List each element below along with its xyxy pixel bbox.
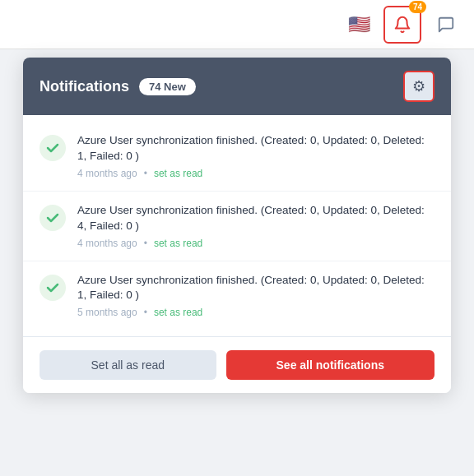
set-as-read-1[interactable]: set as read: [154, 168, 202, 179]
top-bar: 🇺🇸 74: [0, 0, 474, 49]
dot-1: •: [144, 168, 147, 179]
check-icon-3: [40, 275, 66, 301]
set-as-read-2[interactable]: set as read: [154, 238, 202, 249]
notification-message-1: Azure User synchronization finished. (Cr…: [77, 133, 434, 164]
settings-icon: ⚙: [412, 77, 425, 95]
notification-meta-1: 4 months ago • set as read: [77, 168, 434, 179]
notification-time-1: 4 months ago: [77, 168, 137, 179]
notification-time-2: 4 months ago: [77, 238, 137, 249]
chat-icon: [437, 16, 455, 34]
bell-icon: [393, 16, 411, 34]
new-badge: 74 New: [139, 78, 196, 95]
settings-button[interactable]: ⚙: [403, 71, 434, 102]
notification-content-1: Azure User synchronization finished. (Cr…: [77, 133, 434, 179]
set-all-as-read-button[interactable]: Set all as read: [40, 350, 216, 380]
notification-item-3: Azure User synchronization finished. (Cr…: [23, 261, 451, 330]
flag-icon: 🇺🇸: [348, 14, 370, 35]
check-icon-1: [40, 135, 66, 161]
notification-time-3: 5 months ago: [77, 307, 137, 318]
notification-item: Azure User synchronization finished. (Cr…: [23, 122, 451, 192]
notification-content-2: Azure User synchronization finished. (Cr…: [77, 203, 434, 249]
panel-footer: Set all as read See all notifications: [23, 336, 451, 393]
notification-message-2: Azure User synchronization finished. (Cr…: [77, 203, 434, 234]
notification-meta-2: 4 months ago • set as read: [77, 238, 434, 249]
chat-icon-button[interactable]: [431, 10, 461, 39]
panel-title: Notifications: [40, 78, 129, 95]
notification-content-3: Azure User synchronization finished. (Cr…: [77, 273, 434, 319]
notification-item-2: Azure User synchronization finished. (Cr…: [23, 192, 451, 261]
notification-message-3: Azure User synchronization finished. (Cr…: [77, 273, 434, 304]
dot-3: •: [144, 307, 147, 318]
check-icon-2: [40, 205, 66, 231]
bell-badge: 74: [409, 1, 426, 13]
see-all-notifications-button[interactable]: See all notifications: [226, 350, 434, 380]
panel-header: Notifications 74 New ⚙: [23, 58, 451, 115]
set-as-read-3[interactable]: set as read: [154, 307, 202, 318]
flag-icon-button[interactable]: 🇺🇸: [344, 10, 374, 39]
notification-meta-3: 5 months ago • set as read: [77, 307, 434, 318]
notifications-list: Azure User synchronization finished. (Cr…: [23, 115, 451, 336]
bell-button[interactable]: 74: [383, 6, 421, 44]
dot-2: •: [144, 238, 147, 249]
panel-header-left: Notifications 74 New: [40, 78, 196, 95]
notification-panel: Notifications 74 New ⚙ Azure User synchr…: [23, 58, 451, 393]
